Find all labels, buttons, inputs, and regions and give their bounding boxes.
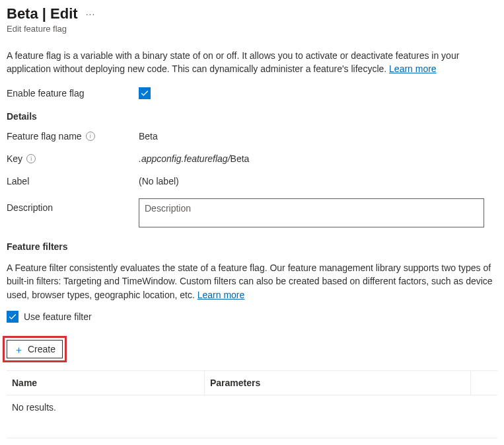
use-filter-label: Use feature filter (24, 311, 92, 322)
filters-table: Name Parameters No results. (7, 370, 497, 419)
key-label: Key i (7, 153, 139, 164)
page-subtitle: Edit feature flag (7, 24, 497, 34)
key-value: .appconfig.featureflag/Beta (139, 153, 249, 164)
label-value: (No label) (139, 176, 179, 186)
check-icon (140, 89, 149, 98)
intro-text: A feature flag is a variable with a bina… (7, 50, 497, 75)
key-name: Beta (231, 153, 250, 164)
filters-learn-more-link[interactable]: Learn more (198, 290, 245, 300)
col-actions (471, 371, 497, 395)
filters-intro-text: A Feature filter consistently evaluates … (7, 263, 493, 300)
key-prefix: .appconfig.featureflag/ (139, 153, 231, 164)
flag-name-label-text: Feature flag name (7, 131, 82, 142)
info-icon[interactable]: i (86, 132, 95, 141)
col-name[interactable]: Name (7, 371, 205, 395)
enable-flag-label: Enable feature flag (7, 88, 139, 99)
intro-learn-more-link[interactable]: Learn more (389, 63, 437, 74)
filters-heading: Feature filters (7, 241, 497, 252)
table-empty-row: No results. (7, 395, 497, 419)
check-icon (8, 312, 17, 321)
info-icon[interactable]: i (26, 154, 36, 163)
highlight-box (3, 336, 67, 362)
use-filter-checkbox[interactable] (7, 311, 18, 323)
filters-intro: A Feature filter consistently evaluates … (7, 261, 497, 302)
flag-name-value: Beta (139, 131, 158, 142)
description-input[interactable] (139, 198, 484, 227)
page-title: Beta | Edit (7, 5, 78, 22)
col-parameters[interactable]: Parameters (205, 371, 471, 395)
footer-actions: Apply Discard (7, 438, 497, 445)
key-label-text: Key (7, 153, 22, 164)
more-actions-icon[interactable]: ··· (83, 6, 98, 22)
label-label: Label (7, 176, 139, 186)
details-heading: Details (7, 111, 497, 122)
description-label: Description (7, 198, 139, 213)
table-header: Name Parameters (7, 371, 497, 395)
flag-name-label: Feature flag name i (7, 131, 139, 142)
enable-flag-checkbox[interactable] (139, 87, 151, 99)
